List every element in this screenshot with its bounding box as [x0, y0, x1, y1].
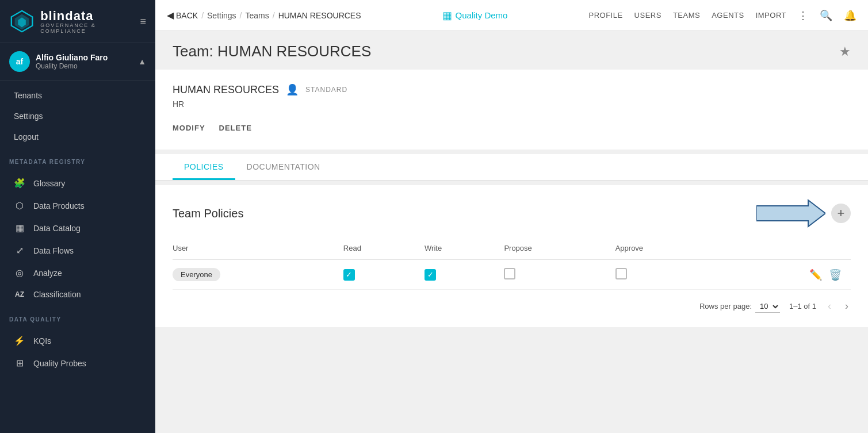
write-checkbox-checked[interactable]: ✓ — [425, 269, 436, 281]
delete-row-button[interactable]: 🗑️ — [829, 269, 842, 281]
sidebar-item-label: Data Flows — [33, 246, 74, 255]
topnav-right: PROFILE USERS TEAMS AGENTS IMPORT ⋮ 🔍 🔔 — [588, 9, 856, 22]
chevron-up-icon[interactable]: ▲ — [138, 57, 146, 66]
policies-table: User Read Write Propose Approve Everyone — [173, 239, 851, 290]
metadata-nav: 🧩 Glossary ⬡ Data Products ▦ Data Catalo… — [0, 167, 155, 309]
user-chip-everyone: Everyone — [173, 268, 220, 281]
section-label-metadata: METADATA REGISTRY — [0, 152, 155, 167]
sidebar-item-label: Quality Probes — [33, 359, 86, 368]
sidebar-item-tenants[interactable]: Tenants — [0, 85, 155, 106]
col-write: Write — [425, 239, 504, 260]
more-icon[interactable]: ⋮ — [798, 9, 808, 22]
back-label[interactable]: BACK — [176, 11, 198, 20]
breadcrumb-sep2: / — [240, 11, 242, 20]
hamburger-icon[interactable]: ≡ — [140, 16, 146, 28]
az-icon: AZ — [14, 290, 25, 298]
topnav-users[interactable]: USERS — [634, 11, 661, 20]
topnav-import[interactable]: IMPORT — [756, 11, 786, 20]
topnav-profile[interactable]: PROFILE — [588, 11, 622, 20]
sidebar-item-settings[interactable]: Settings — [0, 106, 155, 127]
team-name: HUMAN RESOURCES — [173, 84, 279, 96]
search-icon[interactable]: 🔍 — [820, 9, 832, 22]
sidebar-item-analyze[interactable]: ◎ Analyze — [0, 262, 155, 284]
workspace-name: Quality Demo — [456, 10, 508, 20]
sidebar-item-classification[interactable]: AZ Classification — [0, 284, 155, 305]
user-section: af Alfio Giuliano Faro Quality Demo ▲ — [0, 43, 155, 81]
tab-documentation[interactable]: DOCUMENTATION — [235, 154, 332, 180]
propose-checkbox-unchecked[interactable] — [504, 268, 515, 279]
policies-title: Team Policies — [173, 207, 243, 220]
team-description: HR — [173, 99, 851, 109]
user-tenant: Quality Demo — [36, 62, 138, 70]
tabs-bar: POLICIES DOCUMENTATION — [155, 154, 868, 181]
workspace-indicator: ▦ Quality Demo — [361, 9, 589, 22]
cell-user: Everyone — [173, 260, 343, 290]
breadcrumb-teams[interactable]: Teams — [246, 11, 269, 20]
sidebar-item-label: Classification — [33, 290, 81, 299]
table-footer: Rows per page: 10 25 50 1–1 of 1 ‹ › — [173, 290, 851, 313]
sidebar-logo: blindata GOVERNANCE & COMPLIANCE — [9, 8, 140, 35]
puzzle-icon: 🧩 — [14, 178, 25, 189]
cell-approve — [615, 260, 726, 290]
pagination-next-button[interactable]: › — [843, 299, 851, 313]
sidebar-item-quality-probes[interactable]: ⊞ Quality Probes — [0, 352, 155, 374]
sidebar-item-data-products[interactable]: ⬡ Data Products — [0, 194, 155, 217]
delete-button[interactable]: DELETE — [219, 120, 252, 136]
sidebar-item-logout[interactable]: Logout — [0, 127, 155, 147]
table-header: User Read Write Propose Approve — [173, 239, 851, 260]
probe-icon: ⊞ — [14, 358, 25, 369]
edit-row-button[interactable]: ✏️ — [809, 269, 822, 281]
sidebar-item-glossary[interactable]: 🧩 Glossary — [0, 172, 155, 194]
logo-text-group: blindata GOVERNANCE & COMPLIANCE — [40, 9, 140, 34]
page-content: Team: HUMAN RESOURCES ★ HUMAN RESOURCES … — [155, 31, 868, 433]
sidebar-item-label: Glossary — [33, 179, 65, 188]
hexagon-icon: ⬡ — [14, 200, 25, 211]
favorite-button[interactable]: ★ — [839, 44, 851, 59]
section-label-quality: DATA QUALITY — [0, 309, 155, 325]
nav-top-section: Tenants Settings Logout — [0, 81, 155, 152]
pagination-prev-button[interactable]: ‹ — [825, 299, 833, 313]
team-type-badge: STANDARD — [305, 86, 347, 94]
add-policy-button[interactable]: + — [831, 204, 851, 223]
logo-text: blindata — [40, 9, 93, 23]
policies-section: Team Policies + User Read Write Propose — [155, 185, 868, 327]
team-info-card: HUMAN RESOURCES 👤 STANDARD HR MODIFY DEL… — [155, 70, 868, 150]
sidebar-item-kqis[interactable]: ⚡ KQIs — [0, 329, 155, 352]
approve-checkbox-unchecked[interactable] — [615, 268, 627, 279]
sidebar-header: blindata GOVERNANCE & COMPLIANCE ≡ — [0, 0, 155, 43]
topnav-agents[interactable]: AGENTS — [712, 11, 744, 20]
main-content: ◀ BACK / Settings / Teams / HUMAN RESOUR… — [155, 0, 868, 433]
topnav-teams[interactable]: TEAMS — [673, 11, 700, 20]
cell-write: ✓ — [425, 260, 504, 290]
tab-policies[interactable]: POLICIES — [173, 154, 235, 180]
pagination-info: 1–1 of 1 — [789, 302, 816, 311]
cell-propose — [504, 260, 615, 290]
table-body: Everyone ✓ ✓ — [173, 260, 851, 290]
breadcrumb-settings[interactable]: Settings — [207, 11, 236, 20]
arrow-decoration — [756, 199, 825, 228]
sidebar-item-data-catalog[interactable]: ▦ Data Catalog — [0, 217, 155, 239]
sidebar: blindata GOVERNANCE & COMPLIANCE ≡ af Al… — [0, 0, 155, 433]
card-actions: MODIFY DELETE — [173, 120, 851, 136]
policies-header: Team Policies + — [173, 199, 851, 228]
rows-per-page-select[interactable]: 10 25 50 — [755, 300, 780, 313]
cell-row-actions: ✏️ 🗑️ — [726, 260, 851, 290]
back-button[interactable]: ◀ BACK — [167, 10, 198, 21]
table-row: Everyone ✓ ✓ — [173, 260, 851, 290]
read-checkbox-checked[interactable]: ✓ — [343, 269, 355, 281]
col-actions — [726, 239, 851, 260]
blindata-logo-icon — [9, 8, 35, 35]
sidebar-item-data-flows[interactable]: ⤢ Data Flows — [0, 239, 155, 262]
notification-icon[interactable]: 🔔 — [844, 9, 856, 22]
team-info-row: HUMAN RESOURCES 👤 STANDARD — [173, 83, 851, 96]
breadcrumb: ◀ BACK / Settings / Teams / HUMAN RESOUR… — [167, 10, 361, 21]
col-read: Read — [343, 239, 425, 260]
avatar: af — [9, 51, 30, 72]
modify-button[interactable]: MODIFY — [173, 120, 205, 136]
team-user-icon: 👤 — [286, 83, 299, 96]
breadcrumb-sep3: / — [273, 11, 275, 20]
sidebar-item-label: Analyze — [33, 269, 62, 278]
topnav: ◀ BACK / Settings / Teams / HUMAN RESOUR… — [155, 0, 868, 31]
quality-nav: ⚡ KQIs ⊞ Quality Probes — [0, 325, 155, 379]
rows-per-page: Rows per page: 10 25 50 — [699, 300, 780, 313]
